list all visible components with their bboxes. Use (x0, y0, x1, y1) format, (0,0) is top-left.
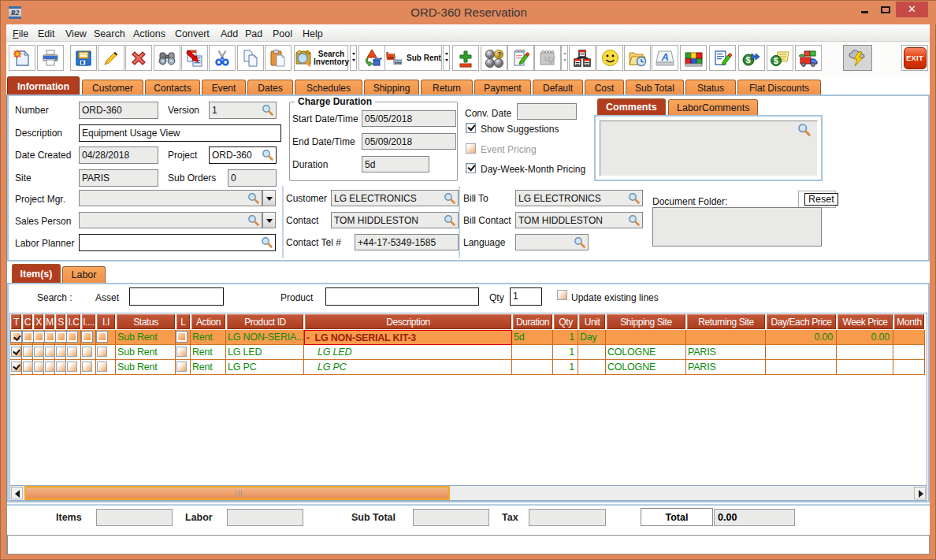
tab-customer[interactable]: Customer (82, 80, 143, 95)
labor-planner-field[interactable] (79, 234, 276, 251)
total-value-field[interactable]: 0.00 (714, 509, 795, 526)
tab-comments[interactable]: Comments (597, 98, 666, 115)
horizontal-scrollbar[interactable] (9, 485, 927, 501)
search-icon[interactable] (574, 236, 586, 249)
row-2-week_price[interactable] (837, 360, 893, 375)
smiley-button[interactable] (596, 45, 623, 71)
row-1-day_price[interactable] (766, 345, 837, 360)
grid-header-Description[interactable]: Description (305, 314, 511, 329)
menu-search[interactable]: Search (91, 27, 128, 41)
search-inventory-dropdown[interactable] (350, 45, 357, 71)
sub-total-field[interactable] (413, 509, 489, 526)
row-1-qty[interactable]: 1 (553, 345, 578, 360)
sales-person-dropdown[interactable] (262, 212, 276, 228)
duration-field[interactable]: 5d (362, 156, 429, 172)
tab-labor-comments[interactable]: LaborComments (668, 99, 758, 116)
tab-event[interactable]: Event (202, 80, 246, 95)
row-1-week_price[interactable] (837, 345, 893, 360)
customer-field[interactable]: LG ELECTRONICS (331, 190, 459, 206)
row-0-returning_site[interactable] (686, 330, 766, 345)
row-0-checkbox[interactable] (56, 332, 66, 342)
row-1-status[interactable]: Sub Rent (116, 345, 176, 360)
menu-add[interactable]: Add (218, 27, 240, 41)
exit-button[interactable]: EXIT (901, 45, 928, 71)
grid-header-Status[interactable]: Status (117, 314, 175, 329)
row-2-duration[interactable] (512, 360, 553, 375)
row-1-checkbox[interactable] (67, 347, 77, 357)
row-0-month_price[interactable] (893, 330, 925, 345)
menu-pool[interactable]: Pool (270, 27, 295, 41)
grid-header-Qty[interactable]: Qty (554, 314, 578, 329)
row-1-checkbox[interactable] (45, 347, 55, 357)
menu-file[interactable]: File (10, 27, 31, 41)
dwm-pricing-checkbox[interactable] (466, 163, 476, 173)
date-created-field[interactable]: 04/28/2018 (79, 146, 158, 164)
lightning-button[interactable] (843, 45, 872, 71)
row-1-unit[interactable] (578, 345, 606, 360)
row-0-week_price[interactable]: 0.00 (837, 330, 893, 345)
tab-return[interactable]: Return (421, 80, 473, 95)
reset-button[interactable]: Reset (804, 193, 838, 206)
grid-header-I.I[interactable]: I.I (97, 314, 115, 329)
notes-button[interactable] (507, 45, 534, 71)
row-2-product_id[interactable]: LG PC (226, 360, 304, 375)
grid-header-Unit[interactable]: Unit (579, 314, 605, 329)
row-2-action[interactable]: Rent (191, 360, 226, 375)
conv-date-field[interactable] (517, 103, 577, 120)
cut-button[interactable] (209, 45, 236, 71)
copy-button[interactable] (237, 45, 264, 71)
search-icon[interactable] (628, 192, 641, 205)
search-icon[interactable] (444, 214, 456, 227)
sub-rent-button[interactable]: Sub Rent (384, 45, 442, 71)
row-2-checkbox[interactable] (45, 362, 55, 372)
row-1-shipping_site[interactable]: COLOGNE (606, 345, 686, 360)
tab-sub-total[interactable]: Sub Total (626, 80, 684, 95)
search-icon[interactable] (444, 192, 456, 205)
row-0-description[interactable]: - LG NON-SERIAL KIT-3 (304, 330, 512, 345)
tab-information[interactable]: Information (7, 76, 80, 95)
menu-help[interactable]: Help (300, 27, 325, 41)
paste-button[interactable] (265, 45, 292, 71)
contact-tel-field[interactable]: +44-17-5349-1585 (355, 234, 459, 250)
search-icon[interactable] (262, 104, 274, 117)
number-field[interactable]: ORD-360 (79, 102, 158, 119)
row-0-product_id[interactable]: LG NON-SERIA... (226, 330, 304, 345)
grid-header-Week Price[interactable]: Week Price (838, 314, 893, 329)
add-button[interactable] (452, 45, 479, 71)
row-0-checkbox[interactable] (176, 332, 187, 342)
start-field[interactable]: 05/05/2018 (362, 110, 456, 127)
row-2-checkbox[interactable] (56, 362, 66, 372)
grid-header-Day/Each Price[interactable]: Day/Each Price (767, 314, 836, 329)
minimize-button[interactable] (856, 2, 873, 17)
grid-header-I....[interactable]: I.... (82, 314, 95, 329)
row-2-status[interactable]: Sub Rent (116, 360, 176, 375)
search-icon[interactable] (247, 192, 260, 205)
row-1-check-t[interactable] (11, 347, 21, 357)
row-1-returning_site[interactable]: PARIS (686, 345, 766, 360)
row-0-checkbox[interactable] (67, 332, 77, 342)
row-2-shipping_site[interactable]: COLOGNE (606, 360, 686, 375)
row-2-checkbox[interactable] (97, 362, 107, 372)
version-field[interactable]: 1 (209, 102, 277, 119)
bill-contact-field[interactable]: TOM HIDDLESTON (515, 212, 643, 228)
row-1-duration[interactable] (512, 345, 553, 360)
sub-orders-field[interactable]: 0 (228, 169, 277, 187)
project-mgr-dropdown[interactable] (262, 190, 276, 206)
search-icon[interactable] (262, 149, 274, 161)
tab-shipping[interactable]: Shipping (364, 80, 419, 95)
menu-view[interactable]: View (63, 27, 89, 41)
tab-flat-discounts[interactable]: Flat Discounts (737, 80, 821, 95)
sales-person-field[interactable] (79, 212, 262, 228)
find-button[interactable] (154, 45, 180, 71)
menu-actions[interactable]: Actions (131, 27, 168, 41)
grid-header-Duration[interactable]: Duration (513, 314, 552, 329)
project-mgr-field[interactable] (79, 190, 262, 206)
row-0-checkbox[interactable] (34, 332, 44, 342)
row-0-checkbox[interactable] (82, 332, 92, 342)
folder-clock-button[interactable] (624, 45, 651, 71)
row-2-checkbox[interactable] (67, 362, 77, 372)
grid-header-Shipping Site[interactable]: Shipping Site (607, 314, 685, 329)
bill-to-field[interactable]: LG ELECTRONICS (515, 190, 643, 206)
search-icon[interactable] (261, 236, 273, 249)
row-2-checkbox[interactable] (176, 362, 187, 372)
